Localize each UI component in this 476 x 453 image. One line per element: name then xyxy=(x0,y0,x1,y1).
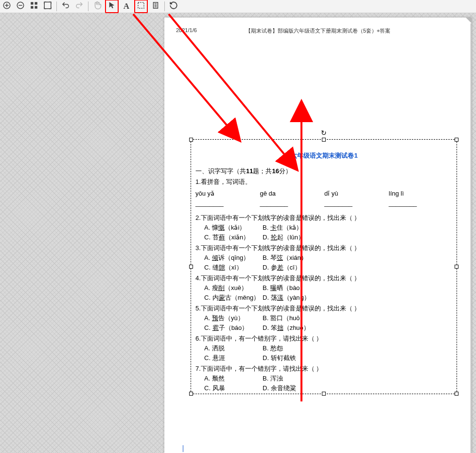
zoom-out-button[interactable] xyxy=(15,0,26,12)
page-fold-corner xyxy=(466,18,472,23)
pointer-tool-icon xyxy=(107,1,116,12)
refresh-button[interactable] xyxy=(168,0,179,12)
toolbar-separator xyxy=(56,1,57,11)
undo-icon xyxy=(61,1,70,12)
redo-icon xyxy=(75,1,84,12)
hand-tool-button[interactable] xyxy=(91,0,103,12)
svg-rect-6 xyxy=(35,2,37,4)
resize-handle-se[interactable] xyxy=(455,392,458,396)
page-edge-shadow xyxy=(470,18,472,453)
fit-page-button[interactable] xyxy=(42,0,53,12)
undo-button[interactable] xyxy=(60,0,71,12)
zoom-in-icon xyxy=(2,1,11,12)
toolbar-separator xyxy=(88,1,88,11)
toolbar-separator xyxy=(164,1,165,11)
refresh-icon xyxy=(169,1,178,12)
text-tool-icon: A xyxy=(123,1,129,11)
rotate-handle-icon[interactable]: ↻ xyxy=(320,129,328,137)
resize-handle-ne[interactable] xyxy=(455,138,458,142)
resize-handle-sw[interactable] xyxy=(189,392,193,396)
marquee-select-icon xyxy=(137,1,145,12)
resize-handle-e[interactable] xyxy=(455,265,458,269)
toolbar: A xyxy=(0,0,476,13)
svg-rect-8 xyxy=(35,6,37,9)
hand-tool-icon xyxy=(93,1,102,12)
resize-handle-s[interactable] xyxy=(322,392,326,396)
clipboard-button[interactable] xyxy=(150,0,161,12)
resize-handle-n[interactable] xyxy=(322,138,326,142)
redo-button[interactable] xyxy=(73,0,85,12)
svg-rect-10 xyxy=(138,2,144,8)
text-caret xyxy=(183,445,183,452)
resize-handle-w[interactable] xyxy=(189,265,193,269)
page-header-title: 【期末试卷】部编版六年级语文下册期末测试卷（5套）+答案 xyxy=(164,27,472,35)
thumbnails-button[interactable] xyxy=(28,0,40,12)
zoom-out-icon xyxy=(16,1,25,12)
svg-rect-7 xyxy=(31,6,33,9)
fit-page-icon xyxy=(43,1,52,12)
thumbnails-icon xyxy=(30,1,38,12)
pointer-tool-button[interactable] xyxy=(105,0,119,13)
clipboard-icon xyxy=(151,1,160,12)
svg-rect-5 xyxy=(31,2,33,4)
svg-rect-9 xyxy=(44,2,51,9)
selection-rectangle[interactable]: ↻ xyxy=(191,139,457,394)
marquee-tool-button[interactable] xyxy=(134,0,148,13)
resize-handle-nw[interactable] xyxy=(189,138,193,142)
text-tool-button[interactable]: A xyxy=(121,0,132,12)
zoom-in-button[interactable] xyxy=(1,0,13,12)
